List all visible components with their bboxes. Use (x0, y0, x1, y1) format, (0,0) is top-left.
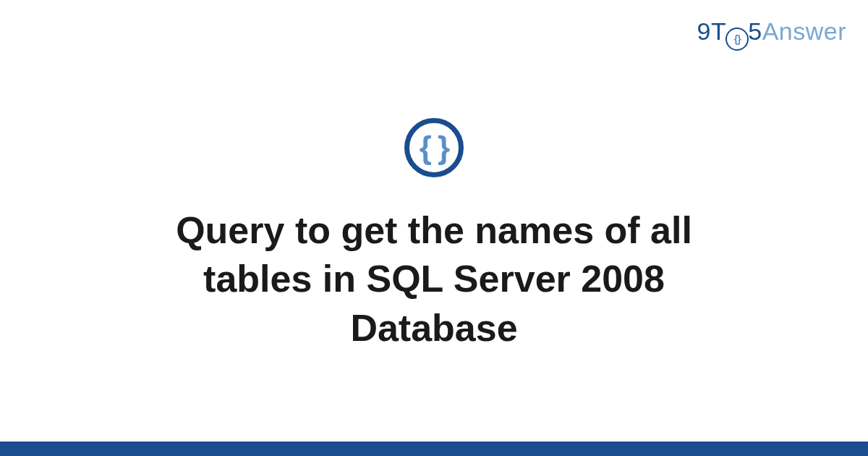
footer-bar (0, 442, 868, 456)
code-braces-icon: { } (420, 130, 448, 166)
main-content: { } Query to get the names of all tables… (0, 0, 868, 442)
question-title: Query to get the names of all tables in … (109, 206, 760, 353)
category-icon-circle: { } (404, 118, 464, 177)
